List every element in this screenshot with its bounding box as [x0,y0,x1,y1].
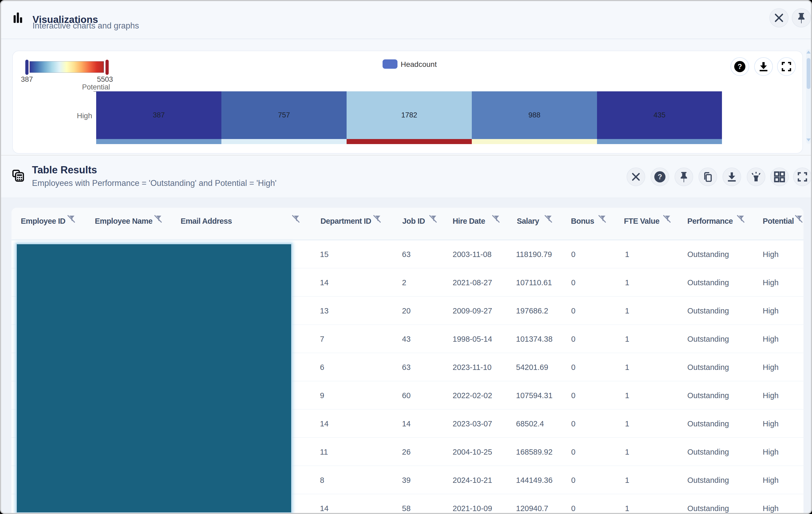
svg-text:?: ? [738,63,742,70]
svg-text:?: ? [658,173,662,181]
